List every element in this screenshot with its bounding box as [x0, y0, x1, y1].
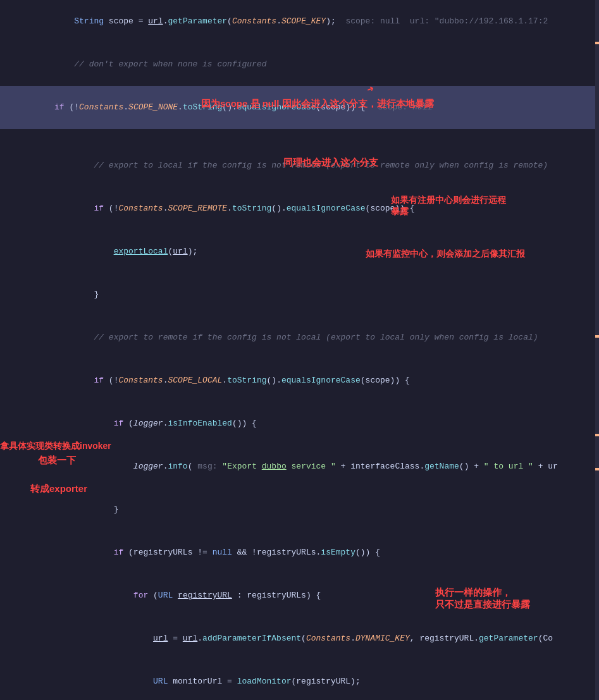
code-line-10: if (!Constants.SCOPE_LOCAL.toString().eq… [0, 359, 599, 402]
code-line-3: if (!Constants.SCOPE_NONE.toString().equ… [0, 86, 599, 129]
code-line-1: String scope = url.getParameter(Constant… [0, 0, 599, 43]
code-line-15: for (URL registryURL : registryURLs) { [0, 574, 599, 617]
code-line-12: logger.info( msg: "Export dubbo service … [0, 445, 599, 488]
code-line-6: if (!Constants.SCOPE_REMOTE.toString().e… [0, 187, 599, 230]
code-line-4 [0, 129, 599, 144]
code-line-7: exportLocal(url); [0, 230, 599, 273]
scrollbar-track [595, 0, 599, 700]
code-line-13: } [0, 488, 599, 531]
code-line-8: } [0, 273, 599, 316]
code-line-5: // export to local if the config is not … [0, 144, 599, 187]
code-line-17: URL monitorUrl = loadMonitor(registryURL… [0, 660, 599, 700]
code-editor: String scope = url.getParameter(Constant… [0, 0, 599, 700]
code-line-9: // export to remote if the config is not… [0, 316, 599, 359]
code-line-11: if (logger.isInfoEnabled()) { [0, 402, 599, 445]
code-line-16: url = url.addParameterIfAbsent(Constants… [0, 617, 599, 660]
code-line-14: if (registryURLs != null && !registryURL… [0, 531, 599, 574]
code-line-2: // don't export when none is configured [0, 43, 599, 86]
